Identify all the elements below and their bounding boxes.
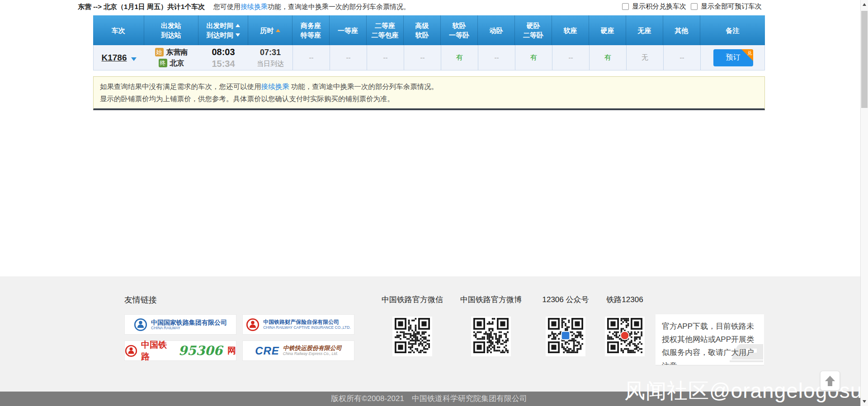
points-ribbon-label: 兑 — [747, 50, 752, 56]
railway-emblem-icon — [134, 318, 147, 331]
friend-links-title: 友情链接 — [124, 294, 157, 305]
railway-emblem-icon — [246, 318, 259, 331]
checkbox-all-bookable[interactable]: 显示全部可预订车次 — [691, 2, 762, 11]
table-row: K1786 始东营南 终北京 08:03 15:34 07:31 当日到达 --… — [93, 45, 765, 70]
seat-hard-seat: 有 — [589, 45, 626, 70]
remarks-cell: 预订 兑 — [700, 45, 765, 70]
partner-95306[interactable]: 中国铁路95306网 — [124, 341, 236, 361]
transfer-link-2[interactable]: 接续换乘 — [261, 83, 289, 90]
info-box: 如果查询结果中没有满足需求的车次，您还可以使用接续换乘 功能，查询途中换乘一次的… — [93, 76, 765, 110]
qr-section-railway-12306: 铁路12306 — [602, 294, 647, 356]
scrollbar-thumb[interactable] — [861, 11, 868, 108]
partner-prefix: 中国铁路 — [141, 339, 174, 363]
partner-cre-express[interactable]: CRE 中铁快运股份有限公司China Railway Express Co.,… — [242, 341, 354, 361]
qr-title: 中国铁路官方微信 — [381, 294, 444, 305]
duration: 07:31 — [260, 47, 281, 58]
col-premier-soft-sleeper[interactable]: 高级软卧 — [403, 15, 440, 45]
col-hard-seat[interactable]: 硬座 — [589, 15, 626, 45]
qr-code-railway-12306 — [605, 317, 645, 356]
partner-suffix: 网 — [227, 345, 236, 357]
qr-section-wechat: 中国铁路官方微信 — [381, 294, 444, 356]
end-station-badge: 终 — [159, 59, 167, 67]
book-label: 预订 — [726, 53, 741, 61]
note-post: 功能，查询途中换乘一次的部分列车余票情况。 — [268, 3, 410, 10]
col-first-class[interactable]: 一等座 — [329, 15, 366, 45]
qr-section-weibo: 中国铁路官方微博 — [459, 294, 523, 356]
stations-cell: 始东营南 终北京 — [144, 45, 198, 70]
checkbox-icon[interactable] — [622, 3, 629, 10]
col-remarks: 备注 — [700, 15, 765, 45]
duration-cell: 07:31 当日到达 — [248, 45, 292, 70]
results-table: 车次 出发站到达站 出发时间 到达时间 历时 商务座特等座 一等座 二等座二等包… — [93, 15, 765, 70]
partner-name: 中国铁路财产保险自保有限公司 — [263, 319, 351, 326]
train-number-cell: K1786 — [94, 45, 144, 70]
to-station: 北京 — [170, 58, 184, 69]
arrive-day: 当日到达 — [257, 58, 284, 69]
partner-sub: China Railway Express Co., Ltd. — [283, 352, 342, 356]
arrive-time: 15:34 — [212, 58, 235, 70]
col-duration-sort[interactable]: 历时 — [248, 15, 292, 45]
scrollbar-down-arrow-icon[interactable] — [863, 400, 866, 403]
seat-premier-soft-sleeper: -- — [404, 45, 441, 70]
partner-name: 中国国家铁路集团有限公司 — [151, 319, 227, 326]
scrollbar-up-arrow-icon[interactable] — [863, 3, 866, 6]
table-header: 车次 出发站到达站 出发时间 到达时间 历时 商务座特等座 一等座 二等座二等包… — [93, 15, 765, 45]
info-line-1: 如果查询结果中没有满足需求的车次，您还可以使用接续换乘 功能，查询途中换乘一次的… — [100, 80, 758, 93]
seat-hard-sleeper: 有 — [515, 45, 552, 70]
transfer-note: 您可使用接续换乘功能，查询途中换乘一次的部分列车余票情况。 — [213, 3, 410, 11]
back-to-top-button[interactable] — [820, 371, 840, 391]
partner-china-railway[interactable]: 中国国家铁路集团有限公司CHINA RAILWAY — [124, 314, 236, 335]
railway-emblem-icon — [125, 345, 137, 357]
times-cell: 08:03 15:34 — [198, 45, 248, 70]
partner-captive-insurance[interactable]: 中国铁路财产保险自保有限公司CHINA RAILWAY CAPTIVE INSU… — [242, 314, 354, 335]
up-arrow-stem — [828, 381, 832, 386]
seat-soft-seat: -- — [552, 45, 589, 70]
checkbox-all-label: 显示全部可预订车次 — [701, 2, 762, 11]
qr-code-official-account — [546, 317, 585, 356]
qr-code-wechat — [392, 317, 432, 356]
qr-title: 中国铁路官方微博 — [459, 294, 523, 305]
col-stations[interactable]: 出发站到达站 — [144, 15, 198, 45]
vertical-scrollbar[interactable] — [860, 0, 868, 406]
col-soft-sleeper[interactable]: 软卧一等卧 — [440, 15, 477, 45]
seat-second-class: -- — [367, 45, 404, 70]
seat-soft-sleeper: 有 — [441, 45, 478, 70]
col-second-class[interactable]: 二等座二等包座 — [366, 15, 403, 45]
depart-time: 08:03 — [212, 46, 235, 58]
partner-sub: CHINA RAILWAY — [151, 326, 227, 331]
col-other[interactable]: 其他 — [663, 15, 700, 45]
expand-train-icon[interactable] — [131, 57, 137, 61]
sort-asc-active-icon[interactable] — [276, 29, 280, 32]
topbar: 东营 --> 北京（1月1日 周五）共计1个车次 您可使用接续换乘功能，查询途中… — [0, 0, 868, 14]
train-query-page: 东营 --> 北京（1月1日 周五）共计1个车次 您可使用接续换乘功能，查询途中… — [0, 0, 868, 406]
col-times-sort[interactable]: 出发时间 到达时间 — [198, 15, 248, 45]
train-number-link[interactable]: K1786 — [102, 53, 127, 63]
qr-title: 12306 公众号 — [538, 294, 593, 305]
checkbox-points-trains[interactable]: 显示积分兑换车次 — [622, 2, 686, 11]
cre-logo: CRE — [255, 345, 279, 357]
partner-links: 中国国家铁路集团有限公司CHINA RAILWAY 中国铁路财产保险自保有限公司… — [124, 314, 354, 361]
col-no-seat[interactable]: 无座 — [626, 15, 663, 45]
sort-asc-icon[interactable] — [236, 24, 240, 27]
sort-desc-icon[interactable] — [236, 33, 240, 37]
col-soft-seat[interactable]: 软座 — [552, 15, 589, 45]
col-hard-sleeper[interactable]: 硬卧二等卧 — [514, 15, 552, 45]
train-silhouette-icon — [728, 342, 763, 364]
partner-sub: CHINA RAILWAY CAPTIVE INSURANCE CO.,LTD. — [263, 326, 351, 330]
seat-other: -- — [663, 45, 700, 70]
up-arrow-icon — [825, 376, 835, 381]
partner-number: 95306 — [179, 343, 222, 358]
qr-code-weibo — [471, 317, 511, 356]
col-business-seat[interactable]: 商务座特等座 — [292, 15, 329, 45]
transfer-link[interactable]: 接续换乘 — [241, 3, 268, 10]
info-line-2: 显示的卧铺票价均为上铺票价，供您参考。具体票价以您确认支付时实际购买的铺别票价为… — [100, 93, 758, 105]
qr-section-official-account: 12306 公众号 — [538, 294, 593, 356]
col-dong-sleeper[interactable]: 动卧 — [477, 15, 514, 45]
partner-name: 中铁快运股份有限公司 — [283, 345, 342, 352]
checkbox-icon[interactable] — [691, 3, 698, 10]
col-train-no[interactable]: 车次 — [93, 15, 144, 45]
start-station-badge: 始 — [155, 48, 164, 56]
qr-title: 铁路12306 — [602, 294, 647, 305]
book-button[interactable]: 预订 兑 — [713, 49, 753, 66]
seat-no-seat: 无 — [626, 45, 663, 70]
